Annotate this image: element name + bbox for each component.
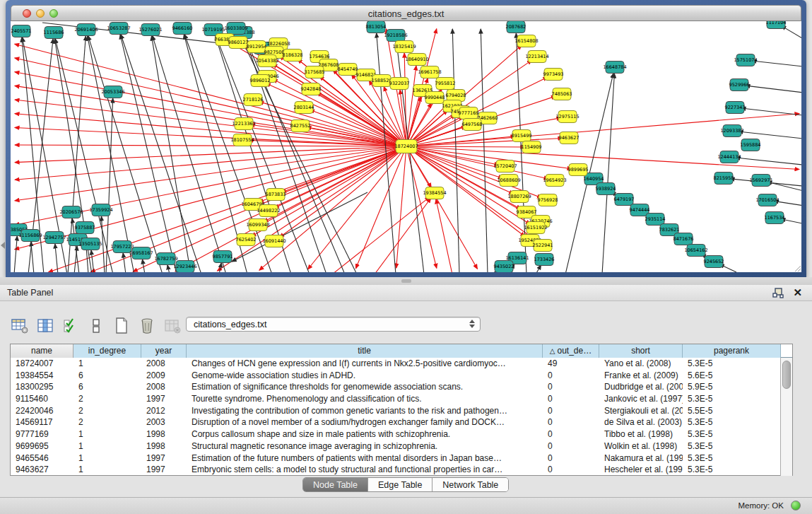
graph-node[interactable]: 9973493 <box>543 69 564 81</box>
cell-title[interactable]: Estimation of significance thresholds fo… <box>187 381 543 393</box>
graph-node[interactable]: 12444134 <box>717 151 741 163</box>
graph-node[interactable]: 2405571 <box>11 25 32 37</box>
select-all-icon[interactable] <box>61 317 80 335</box>
table-selector-dropdown[interactable]: citations_edges.txt <box>186 317 481 332</box>
cell-name[interactable]: 18724007 <box>11 358 73 370</box>
graph-node[interactable]: 16958167 <box>129 247 153 259</box>
cell-pagerank[interactable]: 5.3E-5 <box>683 416 781 428</box>
cell-out_degree[interactable]: 0 <box>543 370 599 382</box>
cell-short[interactable]: Tibbo et al. (1998) <box>599 428 683 440</box>
network-canvas[interactable]: 2405571111568620691406106532871527602194… <box>11 21 801 272</box>
graph-node[interactable]: 16099348 <box>246 219 269 231</box>
graph-node[interactable]: 1154909 <box>522 141 542 153</box>
graph-node[interactable]: 16091440 <box>262 235 286 247</box>
graph-node[interactable]: 15751074 <box>734 54 757 66</box>
cell-short[interactable]: Hescheler et al. (1997) <box>599 464 683 476</box>
graph-hub-node[interactable]: 18724007 <box>394 140 418 153</box>
graph-node[interactable]: 20691406 <box>74 24 98 36</box>
cell-in_degree[interactable]: 1 <box>73 428 141 440</box>
column-header-year[interactable]: year <box>141 344 187 358</box>
graph-node[interactable]: 16154808 <box>514 35 538 47</box>
column-select-icon[interactable] <box>35 317 54 335</box>
graph-node[interactable]: 17016504 <box>755 194 779 206</box>
cell-year[interactable]: 1997 <box>141 464 187 476</box>
graph-node[interactable]: 12093382 <box>720 125 743 137</box>
cell-out_degree[interactable]: 0 <box>543 440 599 452</box>
graph-node[interactable]: 20053346 <box>101 86 124 98</box>
cell-title[interactable]: Genome-wide association studies in ADHD. <box>187 370 543 382</box>
graph-node[interactable]: 9777169 <box>459 107 479 119</box>
cell-in_degree[interactable]: 2 <box>73 393 141 405</box>
graph-node[interactable]: 1595884 <box>741 139 761 151</box>
table-settings-icon[interactable] <box>10 317 29 335</box>
cell-out_degree[interactable]: 0 <box>543 393 599 405</box>
column-header-short[interactable]: short <box>599 344 683 358</box>
graph-node[interactable]: 7625402 <box>236 234 257 246</box>
graph-node[interactable]: 1733426 <box>534 254 555 266</box>
graph-node[interactable]: 10653287 <box>107 23 130 35</box>
cell-name[interactable]: 9465546 <box>11 452 73 465</box>
cell-pagerank[interactable]: 5.6E-5 <box>683 370 781 382</box>
close-icon[interactable]: ✕ <box>793 286 802 299</box>
graph-node[interactable]: 17359924 <box>89 204 112 216</box>
graph-node[interactable]: 2935114 <box>645 214 666 226</box>
graph-node[interactable]: 1117104 <box>766 21 787 29</box>
graph-node[interactable]: 9529966 <box>729 79 750 91</box>
graph-node[interactable]: 9322037 <box>389 78 410 90</box>
graph-node[interactable]: 8471676 <box>673 233 694 245</box>
cell-out_degree[interactable]: 0 <box>543 381 599 393</box>
graph-node[interactable]: 6479197 <box>614 194 635 206</box>
graph-node[interactable]: 10688609 <box>497 175 520 187</box>
tab-edge-table[interactable]: Edge Table <box>368 478 433 491</box>
table-row[interactable]: 1938455462009Genome-wide association stu… <box>11 370 792 382</box>
cell-title[interactable]: Tourette syndrome. Phenomenology and cla… <box>187 393 543 405</box>
resize-grip-icon[interactable] <box>795 266 801 271</box>
split-divider[interactable] <box>0 277 812 285</box>
cell-in_degree[interactable]: 6 <box>73 381 141 393</box>
table-row[interactable]: 1456911722003Disruption of a novel membe… <box>11 416 792 428</box>
graph-node[interactable]: 18107554 <box>230 134 254 146</box>
cell-pagerank[interactable]: 5.3E-5 <box>683 358 781 370</box>
graph-node[interactable]: 14498222 <box>257 205 280 217</box>
graph-node[interactable]: 6794028 <box>446 90 466 102</box>
graph-node[interactable]: 16782759 <box>154 253 177 265</box>
table-row[interactable]: 1830029562008Estimation of significance … <box>11 381 792 393</box>
graph-node[interactable]: 10543382 <box>255 55 278 67</box>
cell-in_degree[interactable]: 1 <box>73 358 141 370</box>
graph-node[interactable]: 10654162 <box>684 245 707 257</box>
column-header-title[interactable]: title <box>187 344 543 358</box>
column-header-in_degree[interactable]: in_degree <box>73 344 141 358</box>
graph-node[interactable]: 12975115 <box>555 111 579 123</box>
cell-title[interactable]: Embryonic stem cells: a model to study s… <box>187 464 543 476</box>
cell-year[interactable]: 2003 <box>141 416 187 428</box>
graph-node[interactable]: 1115686 <box>44 27 64 39</box>
graph-node[interactable]: 8186328 <box>283 49 303 62</box>
row-select-icon[interactable] <box>86 317 105 335</box>
graph-node[interactable]: 7955812 <box>435 78 456 90</box>
cell-short[interactable]: Wolkin et al. (1998) <box>599 440 683 452</box>
cell-short[interactable]: de Silva et al. (2003) <box>599 416 683 428</box>
cell-title[interactable]: Structural magnetic resonance image aver… <box>187 440 543 452</box>
graph-node[interactable]: 15276021 <box>139 24 162 36</box>
cell-out_degree[interactable]: 0 <box>543 428 599 440</box>
cell-pagerank[interactable]: 5.3E-5 <box>683 440 781 452</box>
graph-node[interactable]: 7485063 <box>552 88 572 100</box>
network-window-titlebar[interactable]: citations_edges.txt <box>11 5 801 21</box>
column-header-name[interactable]: name <box>11 344 73 358</box>
graph-node[interactable]: 12942757 <box>42 232 66 244</box>
graph-node[interactable]: 11156869 <box>18 230 42 242</box>
graph-node[interactable]: 1167534 <box>765 212 785 224</box>
cell-title[interactable]: Investigating the contribution of common… <box>187 405 543 417</box>
cell-in_degree[interactable]: 6 <box>73 370 141 382</box>
graph-node[interactable]: 9899695 <box>568 164 589 176</box>
cell-year[interactable]: 2012 <box>141 405 187 417</box>
cell-short[interactable]: Yano et al. (2008) <box>599 358 683 370</box>
cell-short[interactable]: Jankovic et al. (1997) <box>599 393 683 405</box>
graph-node[interactable]: 2522941 <box>533 240 553 252</box>
resize-grip-icon[interactable] <box>798 269 801 271</box>
graph-node[interactable]: 9756928 <box>538 194 558 206</box>
cell-short[interactable]: Nakamura et al. (1997) <box>599 452 683 465</box>
cell-short[interactable]: Dudbridge et al. (2008) <box>599 381 683 393</box>
panel-collapse-arrow-icon[interactable] <box>1 242 5 249</box>
graph-node[interactable]: 18640910 <box>405 54 428 66</box>
